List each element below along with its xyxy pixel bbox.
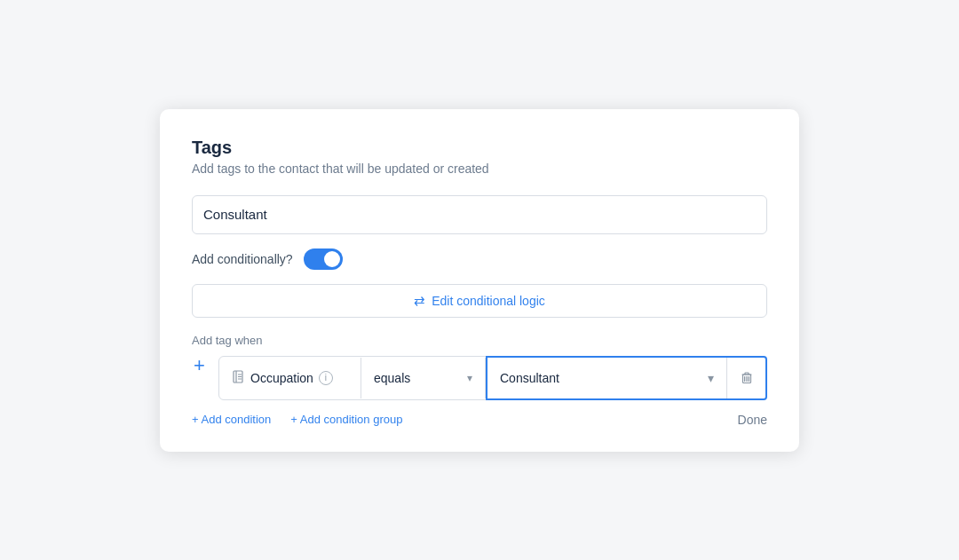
edit-logic-icon: ⇄ [414,293,425,309]
plus-button[interactable]: + [194,354,205,377]
toggle-thumb [324,251,340,267]
info-text: i [325,373,327,383]
field-icon [232,370,245,386]
edit-logic-button[interactable]: ⇄ Edit conditional logic [192,284,767,318]
info-icon[interactable]: i [319,371,333,385]
add-condition-group-button[interactable]: + Add condition group [290,413,402,426]
svg-rect-5 [744,376,745,382]
done-button[interactable]: Done [738,413,767,427]
page-subtitle: Add tags to the contact that will be upd… [192,162,767,176]
add-tag-when-label: Add tag when [192,334,767,347]
page-title: Tags [192,138,767,158]
conditional-label: Add conditionally? [192,252,293,266]
condition-value-dropdown[interactable]: Consultant ▾ [487,371,726,385]
svg-rect-6 [746,376,747,382]
main-card: Tags Add tags to the contact that will b… [160,109,799,452]
field-name: Occupation [250,371,313,385]
operator-chevron-icon: ▾ [467,372,472,384]
operator-value: equals [374,371,410,385]
conditional-row: Add conditionally? [192,248,767,270]
condition-operator[interactable]: equals ▾ [361,358,486,398]
delete-condition-button[interactable] [726,358,765,398]
svg-rect-7 [748,376,749,382]
condition-field[interactable]: Occupation i [219,358,361,398]
tag-input[interactable] [203,207,756,222]
tag-input-row [192,195,767,234]
condition-value-text: Consultant [500,371,702,385]
value-chevron-icon: ▾ [708,371,714,385]
add-conditionally-toggle[interactable] [304,248,343,270]
condition-row: Occupation i equals ▾ Consultant ▾ [218,356,767,400]
edit-logic-label: Edit conditional logic [432,294,545,308]
add-condition-button[interactable]: + Add condition [192,413,271,426]
bottom-actions: + Add condition + Add condition group Do… [192,413,767,427]
bottom-left-actions: + Add condition + Add condition group [192,413,402,426]
